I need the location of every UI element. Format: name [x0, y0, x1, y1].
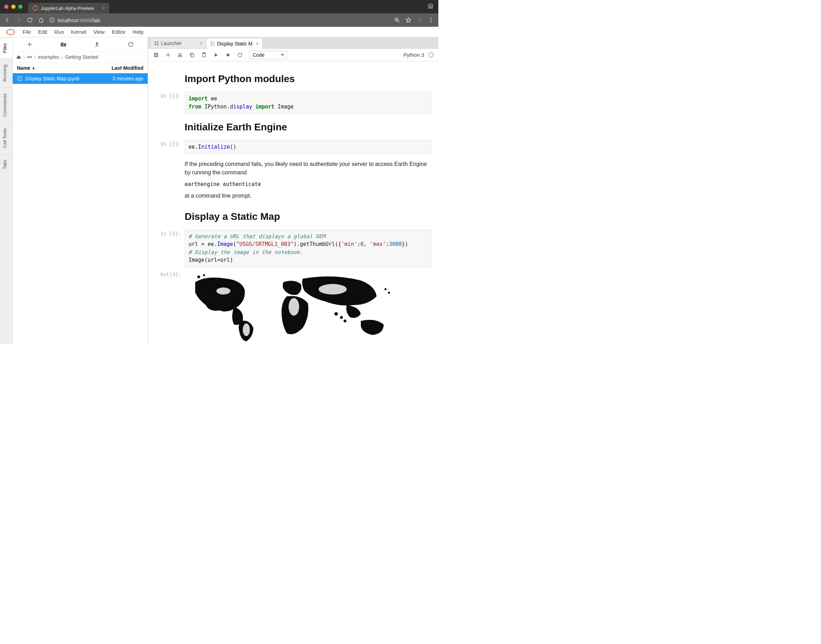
forward-button[interactable]	[15, 17, 22, 23]
code-cell[interactable]: In [3]: # Generate a URL that displays a…	[151, 229, 432, 267]
restart-button[interactable]	[237, 52, 243, 58]
code-input[interactable]: import ee from IPython.display import Im…	[185, 92, 432, 114]
upload-button[interactable]	[93, 40, 101, 48]
svg-rect-13	[157, 41, 158, 43]
code-input[interactable]: ee.Initialize()	[185, 140, 432, 154]
cut-button[interactable]	[177, 52, 183, 58]
cell-prompt	[151, 157, 185, 203]
breadcrumb-item[interactable]: examples	[38, 54, 59, 60]
insert-cell-button[interactable]	[165, 52, 171, 58]
svg-rect-17	[155, 53, 157, 54]
code-cell[interactable]: In [2]: ee.Initialize()	[151, 140, 432, 154]
refresh-button[interactable]	[127, 40, 135, 48]
svg-point-26	[335, 312, 338, 316]
svg-point-33	[216, 287, 230, 294]
copy-button[interactable]	[189, 52, 195, 58]
window-controls	[3, 0, 26, 14]
doc-tab-label: Display Static M	[217, 41, 252, 46]
file-name: Display Static Map.ipynb	[25, 76, 79, 81]
reload-button[interactable]	[27, 17, 33, 23]
close-tab-icon[interactable]: ×	[200, 40, 203, 46]
column-name[interactable]: Name	[17, 65, 30, 71]
svg-point-31	[197, 276, 200, 278]
browser-tab-title: JupyterLab Alpha Preview	[41, 6, 94, 11]
breadcrumb-ellipsis[interactable]: •••	[27, 54, 32, 60]
markdown-cell[interactable]: If the preceding command fails, you like…	[151, 157, 432, 203]
stop-button[interactable]	[225, 52, 231, 58]
svg-point-19	[178, 55, 180, 57]
home-icon[interactable]	[16, 55, 21, 60]
menu-file[interactable]: File	[23, 29, 31, 35]
breadcrumb-item[interactable]: Getting Started	[65, 54, 98, 60]
notebook-icon	[17, 76, 23, 81]
close-tab-icon[interactable]: ×	[256, 41, 259, 46]
jupyter-icon	[32, 5, 38, 11]
main-dock: Launcher × Display Static M × Code Pytho…	[148, 37, 438, 344]
svg-point-20	[180, 55, 182, 57]
svg-rect-14	[155, 44, 156, 45]
svg-point-30	[388, 292, 390, 294]
minimize-window-button[interactable]	[11, 5, 15, 9]
doc-tab-label: Launcher	[161, 40, 181, 46]
home-button[interactable]	[38, 17, 45, 23]
rail-tab-running[interactable]: Running	[0, 58, 12, 87]
launcher-icon	[154, 41, 159, 46]
extensions-icon[interactable]	[416, 17, 423, 23]
cell-type-dropdown[interactable]: Code	[249, 51, 287, 59]
markdown-heading: Import Python modules	[185, 73, 432, 84]
svg-point-32	[203, 274, 205, 276]
markdown-cell[interactable]: Display a Static Map	[151, 206, 432, 227]
file-last-modified: 3 minutes ago	[112, 76, 143, 81]
sort-asc-icon: ▲	[32, 66, 35, 70]
rail-tab-celltools[interactable]: Cell Tools	[0, 122, 12, 153]
doc-tab-launcher[interactable]: Launcher ×	[150, 38, 207, 48]
rail-tab-files[interactable]: Files	[0, 37, 12, 58]
breadcrumb: › ••• › examples › Getting Started	[13, 51, 147, 63]
run-button[interactable]	[213, 52, 219, 58]
kernel-status-icon[interactable]	[428, 52, 433, 57]
save-button[interactable]	[153, 52, 159, 58]
svg-rect-24	[227, 54, 229, 56]
browser-tab-strip: JupyterLab Alpha Preview ×	[0, 0, 438, 14]
markdown-cell[interactable]: Import Python modules	[151, 68, 432, 89]
world-map-icon	[185, 271, 396, 342]
output-image	[185, 271, 432, 343]
close-window-button[interactable]	[4, 5, 8, 9]
svg-point-7	[431, 20, 432, 21]
browser-tab[interactable]: JupyterLab Alpha Preview ×	[28, 3, 109, 14]
code-input[interactable]: # Generate a URL that displays a global …	[185, 229, 432, 267]
bookmark-star-icon[interactable]	[405, 17, 411, 23]
kernel-name[interactable]: Python 3	[404, 52, 424, 58]
cell-prompt: In [3]:	[151, 229, 185, 267]
menu-editor[interactable]: Editor	[112, 29, 126, 35]
zoom-icon[interactable]	[394, 17, 400, 23]
menu-help[interactable]: Help	[132, 29, 143, 35]
jupyterlab-menubar: File Edit Run Kernel View Editor Help	[0, 27, 438, 37]
menu-edit[interactable]: Edit	[38, 29, 47, 35]
code-cell[interactable]: In [1]: import ee from IPython.display i…	[151, 92, 432, 114]
new-launcher-button[interactable]	[26, 40, 34, 48]
notebook-area[interactable]: Import Python modules In [1]: import ee …	[148, 61, 438, 344]
menu-run[interactable]: Run	[54, 29, 64, 35]
menu-kernel[interactable]: Kernel	[71, 29, 86, 35]
rail-tab-commands[interactable]: Commands	[0, 87, 12, 122]
column-last-modified[interactable]: Last Modified	[112, 65, 143, 71]
back-button[interactable]	[4, 17, 11, 23]
close-tab-icon[interactable]: ×	[102, 5, 105, 11]
kernel-indicator: Python 3	[404, 52, 433, 58]
left-sidebar-rail: Files Running Commands Cell Tools Tabs	[0, 37, 13, 344]
rail-tab-tabs[interactable]: Tabs	[0, 153, 12, 175]
svg-rect-5	[418, 18, 422, 22]
browser-menu-icon[interactable]	[428, 17, 434, 23]
markdown-cell[interactable]: Initialize Earth Engine	[151, 117, 432, 137]
maximize-window-button[interactable]	[18, 5, 23, 9]
doc-tab-notebook[interactable]: Display Static M ×	[206, 38, 262, 49]
file-row[interactable]: Display Static Map.ipynb 3 minutes ago	[13, 73, 147, 84]
paste-button[interactable]	[201, 52, 207, 58]
menu-view[interactable]: View	[94, 29, 104, 35]
svg-rect-21	[191, 54, 193, 57]
address-bar[interactable]: localhost:8888/lab	[49, 17, 389, 23]
markdown-text: If the preceding command fails, you like…	[185, 160, 432, 178]
new-folder-button[interactable]	[60, 40, 67, 48]
browser-toolbar-right	[394, 17, 434, 23]
